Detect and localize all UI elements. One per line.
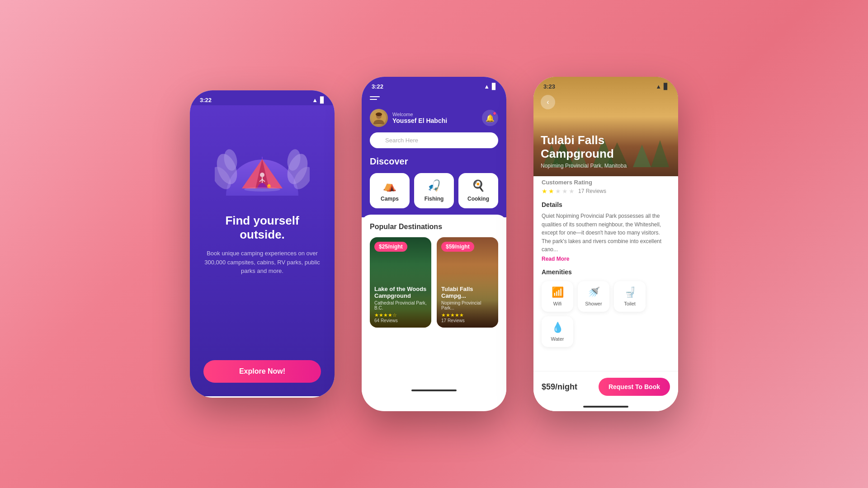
fishing-icon: 🎣 [427, 179, 441, 192]
toilet-label: Toilet [624, 301, 636, 306]
phone3-time: 3:23 [543, 83, 555, 90]
phone3-body: Customers Rating ★ ★ ★ ★ ★ 17 Reviews De… [533, 171, 678, 371]
fishing-label: Fishing [425, 196, 444, 202]
phone1-title: Find yourself outside. [203, 214, 321, 242]
tent-icon [240, 157, 285, 195]
phone3-home-indicator [533, 402, 678, 411]
phone2-user-row: Welcome Youssef El Habchi 🔔 [362, 109, 506, 132]
hamburger-menu[interactable] [370, 96, 380, 100]
user-avatar [370, 109, 388, 127]
phone1-status-icons: ▲ ▊ [312, 97, 325, 103]
dest-price-1: $25/night [374, 242, 407, 252]
amenities-title: Amenities [542, 268, 670, 276]
search-container: 🔍 Search Here [370, 132, 498, 148]
amenities-block: Amenities 📶 Wifi 🚿 Shower 🚽 Toilet [542, 268, 670, 347]
rating-block: Customers Rating ★ ★ ★ ★ ★ 17 Reviews [542, 179, 606, 195]
dest-stars-1: ★★★★☆ [374, 312, 427, 318]
amenity-wifi: 📶 Wifi [542, 281, 573, 312]
svg-point-9 [260, 173, 264, 177]
dest-reviews-1: 64 Reviews [374, 318, 427, 323]
phone3-content: 3:23 ▲ ▊ ‹ [533, 77, 678, 411]
explore-now-button[interactable]: Explore Now! [203, 360, 321, 383]
user-name: Youssef El Habchi [392, 117, 447, 124]
phone2-status-bar: 3:22 ▲ ▊ [362, 77, 506, 92]
svg-point-8 [244, 187, 280, 192]
wifi-icon: ▲ [312, 97, 318, 103]
back-button[interactable]: ‹ [541, 95, 555, 109]
battery-icon-3: ▊ [664, 83, 668, 90]
amenity-toilet: 🚽 Toilet [614, 281, 646, 312]
phone1-status-bar: 3:22 ▲ ▊ [190, 90, 335, 105]
details-title: Details [542, 201, 670, 208]
phone-2: 3:22 ▲ ▊ [362, 77, 506, 411]
wifi-label: Wifi [553, 301, 561, 306]
category-camps[interactable]: ⛺ Camps [370, 173, 410, 208]
leaves-left-icon [215, 149, 240, 191]
dest-name-2: Tulabi Falls Campg... [441, 286, 494, 300]
hero-illustration [212, 114, 312, 205]
star-3: ★ [555, 188, 561, 195]
battery-icon: ▊ [320, 97, 325, 103]
hero-image: ‹ Tulabi Falls Campground Nopiming Provi… [533, 77, 678, 176]
phone3-footer: $59/night Request To Book [533, 371, 678, 402]
read-more-link[interactable]: Read More [542, 256, 670, 262]
destination-row: $25/night Lake of the Woods Campground C… [370, 237, 498, 328]
category-cooking[interactable]: 🍳 Cooking [458, 173, 498, 208]
cooking-label: Cooking [467, 196, 489, 202]
details-block: Details Quiet Nopiming Provincial Park p… [542, 201, 670, 262]
star-2: ★ [548, 188, 554, 195]
category-row: ⛺ Camps 🎣 Fishing 🍳 Cooking [370, 173, 498, 208]
phone2-header [362, 92, 506, 109]
phone1-description: Book unique camping experiences on over … [203, 249, 321, 276]
footer-price: $59/night [542, 382, 577, 392]
notification-dot [493, 112, 496, 115]
phone1-content: Find yourself outside. Book unique campi… [190, 105, 335, 396]
phone2-home-indicator [362, 386, 506, 395]
home-bar [411, 389, 457, 391]
dest-stars-2: ★★★★★ [441, 312, 494, 318]
category-fishing[interactable]: 🎣 Fishing [414, 173, 454, 208]
toilet-amenity-icon: 🚽 [624, 286, 636, 298]
notification-bell[interactable]: 🔔 [482, 110, 498, 126]
details-text: Quiet Nopiming Provincial Park possesses… [542, 212, 670, 254]
dest-name-1: Lake of the Woods Campground [374, 286, 427, 300]
wifi-icon-2: ▲ [484, 83, 490, 90]
user-info: Welcome Youssef El Habchi [370, 109, 447, 127]
rating-label: Customers Rating [542, 179, 606, 186]
amenity-shower: 🚿 Shower [578, 281, 609, 312]
search-wrapper: 🔍 Search Here [362, 132, 506, 156]
cooking-icon: 🍳 [472, 179, 485, 192]
wifi-amenity-icon: 📶 [552, 286, 564, 298]
phone-3: 3:23 ▲ ▊ ‹ [533, 77, 678, 411]
destination-card-1[interactable]: $25/night Lake of the Woods Campground C… [370, 237, 431, 328]
leaves-right-icon [285, 149, 310, 191]
dest-info-2: Tulabi Falls Campg... Nopiming Provincia… [441, 286, 494, 323]
search-input[interactable]: Search Here [370, 132, 498, 148]
wifi-icon-3: ▲ [656, 83, 661, 90]
dest-info-1: Lake of the Woods Campground Cathedral P… [374, 286, 427, 323]
dest-location-1: Cathedral Provincial Park, B.C. [374, 300, 427, 310]
welcome-label: Welcome [392, 112, 447, 117]
review-count: 17 Reviews [578, 188, 606, 194]
camps-icon: ⛺ [383, 179, 396, 192]
dest-price-2: $59/night [441, 242, 474, 252]
destination-card-2[interactable]: $59/night Tulabi Falls Campg... Nopiming… [437, 237, 498, 328]
request-to-book-button[interactable]: Request To Book [599, 378, 670, 396]
amenity-water: 💧 Water [542, 316, 573, 347]
amenities-grid: 📶 Wifi 🚿 Shower 🚽 Toilet 💧 Water [542, 281, 670, 347]
water-amenity-icon: 💧 [552, 322, 564, 333]
phone2-main: 3:22 ▲ ▊ [362, 77, 506, 395]
svg-point-14 [268, 184, 270, 186]
stars-row: ★ ★ ★ ★ ★ 17 Reviews [542, 188, 606, 195]
phone2-time: 3:22 [372, 83, 383, 90]
dest-location-2: Nopiming Provincial Park... [441, 300, 494, 310]
water-label: Water [551, 336, 564, 342]
dest-reviews-2: 17 Reviews [441, 318, 494, 323]
discover-title: Discover [370, 156, 498, 167]
popular-section: Popular Destinations $25/night Lake of t… [362, 215, 506, 386]
popular-title: Popular Destinations [370, 223, 498, 231]
phone3-status-bar: 3:23 ▲ ▊ [533, 77, 678, 92]
hero-title-block: Tulabi Falls Campground Nopiming Provinc… [541, 134, 678, 169]
camp-name: Tulabi Falls Campground [541, 134, 678, 161]
battery-icon-2: ▊ [492, 83, 496, 90]
